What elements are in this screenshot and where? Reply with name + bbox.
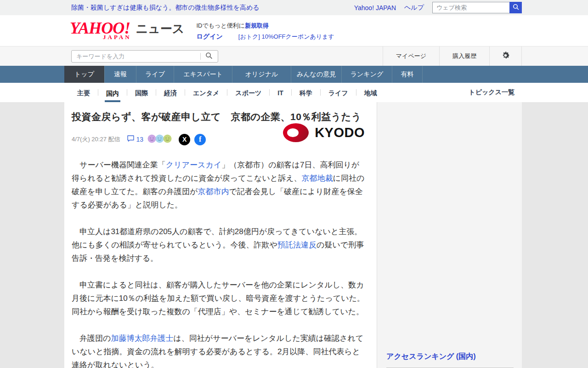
blue-smile-icon [155, 134, 163, 145]
search-icon [205, 52, 213, 61]
login-link[interactable]: ログイン [196, 33, 222, 40]
inline-link[interactable]: クリアースカイ [166, 161, 221, 169]
coupon-link[interactable]: [おトク] 10%OFFクーポンあります [238, 33, 334, 40]
divider [98, 89, 98, 96]
text-segment: 弁護団の [72, 334, 111, 343]
yahoo-news-logo[interactable]: YAHOO! JAPAN [70, 21, 131, 41]
article-body: サーバー機器関連企業「クリアースカイ」（京都市）の顧客は7日、高利回りが得られる… [72, 158, 367, 368]
paragraph: 弁護団の加藤博太郎弁護士は、同社がサーバーをレンタルした実績は確認されていないと… [72, 332, 367, 368]
access-ranking-header: アクセスランキング (国内) [386, 352, 514, 368]
register-link[interactable]: 新規取得 [245, 22, 269, 29]
gear-icon [501, 51, 510, 62]
paragraph: 申立人は31都道府県の205人の顧客で、計約28億円が戻ってきていないと主張。他… [72, 225, 367, 265]
access-ranking-title[interactable]: アクセスランキング (国内) [386, 352, 475, 360]
tab-original[interactable]: オリジナル [232, 66, 291, 83]
yahoo-logo-japan: JAPAN [103, 34, 131, 41]
kyodo-logo-text: KYODO [315, 125, 365, 140]
web-search [432, 2, 522, 13]
help-link[interactable]: ヘルプ [404, 4, 424, 12]
web-search-button[interactable] [509, 2, 522, 13]
paragraph: サーバー機器関連企業「クリアースカイ」（京都市）の顧客は7日、高利回りが得られる… [72, 158, 367, 212]
inline-link[interactable]: 京都市内 [198, 187, 229, 196]
divider [356, 89, 356, 96]
publish-date: 4/7(火) 20:27 配信 [72, 135, 120, 144]
tab-ranking[interactable]: ランキング [342, 66, 392, 83]
reactions-group[interactable] [147, 134, 170, 145]
mypage-link[interactable]: マイページ [383, 46, 439, 66]
promo-headline-link[interactable]: 除菌・殺菌しすぎは健康も損なう。都市の微生物多様性を高める [71, 4, 260, 12]
comment-count: 13 [136, 136, 144, 143]
divider [291, 89, 292, 96]
source-logo[interactable]: KYODO [283, 123, 365, 142]
topics-list-link[interactable]: トピックス一覧 [469, 88, 514, 97]
inline-link[interactable]: 預託法違反 [277, 241, 317, 249]
divider [227, 89, 227, 96]
web-search-input[interactable] [432, 2, 509, 13]
main-navigation: トップ 速報 ライブ エキスパート オリジナル みんなの意見 ランキング 有料 [0, 66, 588, 83]
category-chiiki[interactable]: 地域 [363, 83, 379, 102]
share-facebook-button[interactable]: f [194, 134, 206, 145]
search-toolbar: マイページ 購入履歴 [0, 46, 588, 66]
input-divider [200, 53, 201, 60]
green-smile-icon [163, 134, 170, 145]
article-title: 投資金戻らず、客が破産申し立て 京都の企業、10％利益うたう [72, 110, 367, 123]
page-body: 投資金戻らず、客が破産申し立て 京都の企業、10％利益うたう 4/7(火) 20… [0, 102, 588, 368]
topbar-right: Yahoo! JAPAN ヘルプ [354, 2, 522, 13]
tab-opinion[interactable]: みんなの意見 [291, 66, 342, 83]
divider [320, 89, 321, 96]
text-segment: サーバー機器関連企業「 [72, 161, 166, 169]
share-x-button[interactable]: X [179, 134, 190, 145]
tab-expert[interactable]: エキスパート [174, 66, 232, 83]
category-sports[interactable]: スポーツ [234, 83, 263, 102]
category-it[interactable]: IT [276, 83, 284, 102]
category-kagaku[interactable]: 科学 [298, 83, 314, 102]
header: YAHOO! JAPAN ニュース IDでもっと便利に新規取得 ログイン[おトク… [0, 15, 588, 46]
keyword-search-button[interactable] [204, 52, 215, 62]
category-kokunai[interactable]: 国内 [105, 83, 120, 102]
inline-link[interactable]: 加藤博太郎弁護士 [111, 334, 173, 343]
category-keizai[interactable]: 経済 [163, 83, 178, 102]
divider [185, 89, 185, 96]
toolbar-right: マイページ 購入履歴 [383, 46, 522, 66]
category-life[interactable]: ライフ [327, 83, 350, 102]
tab-live[interactable]: ライブ [136, 66, 174, 83]
facebook-icon: f [199, 135, 201, 144]
sidebar: アクセスランキング (国内) [377, 102, 522, 368]
x-icon: X [182, 136, 187, 143]
keyword-search-input[interactable] [71, 50, 218, 63]
category-entame[interactable]: エンタメ [192, 83, 220, 102]
comment-count-button[interactable]: 13 [127, 135, 144, 144]
kyodo-mark-icon [283, 123, 309, 142]
yahoo-logo-text: YAHOO! [70, 21, 131, 35]
category-shuyo[interactable]: 主要 [76, 83, 91, 102]
divider [156, 89, 156, 96]
divider [269, 89, 270, 96]
tab-sokuho[interactable]: 速報 [105, 66, 136, 83]
yahoo-japan-link[interactable]: Yahoo! JAPAN [354, 4, 396, 12]
text-segment: 申立書によると同社は、顧客が購入したサーバーを他の企業にレンタルし、数カ月後に元… [72, 281, 365, 316]
purchase-history-link[interactable]: 購入履歴 [439, 46, 489, 66]
settings-button[interactable] [489, 46, 522, 66]
paragraph: 申立書によると同社は、顧客が購入したサーバーを他の企業にレンタルし、数カ月後に元… [72, 278, 367, 318]
purple-smile-icon [147, 134, 155, 145]
id-benefit-text: IDでもっと便利に [196, 22, 245, 29]
category-navigation: 主要 国内 国際 経済 エンタメ スポーツ IT 科学 ライフ 地域 トピックス… [0, 83, 588, 102]
inline-link[interactable]: 京都地裁 [302, 174, 333, 183]
tab-top[interactable]: トップ [64, 66, 105, 83]
search-icon [513, 4, 519, 12]
tab-paid[interactable]: 有料 [392, 66, 423, 83]
topbar: 除菌・殺菌しすぎは健康も損なう。都市の微生物多様性を高める Yahoo! JAP… [0, 0, 588, 15]
category-kokusai[interactable]: 国際 [134, 83, 149, 102]
article: 投資金戻らず、客が破産申し立て 京都の企業、10％利益うたう 4/7(火) 20… [64, 102, 377, 368]
keyword-search [71, 50, 218, 63]
comment-bubble-icon [127, 135, 135, 144]
service-name: ニュース [136, 21, 185, 37]
account-block: IDでもっと便利に新規取得 ログイン[おトク] 10%OFFクーポンあります [196, 22, 334, 41]
divider [127, 89, 127, 96]
